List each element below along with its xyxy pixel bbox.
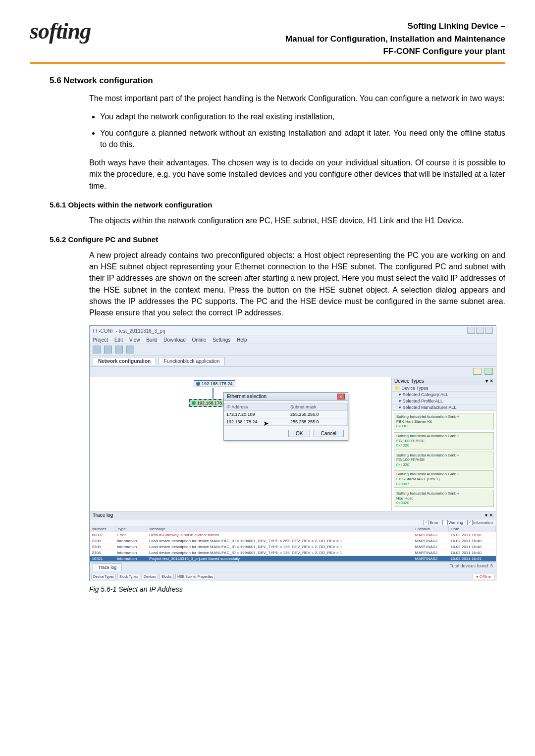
btab-blocktypes[interactable]: Block Types — [117, 574, 140, 579]
header-line1: Softing Linking Device – — [285, 20, 505, 33]
ok-button[interactable]: OK — [288, 430, 310, 437]
menu-view[interactable]: View — [129, 337, 140, 343]
cancel-button[interactable]: Cancel — [314, 430, 344, 437]
trace-row[interactable]: 2308InformationLoad device description f… — [90, 550, 496, 556]
trace-row[interactable]: 60007ErrorDefault-Gateway is not in corr… — [90, 532, 496, 538]
th-location[interactable]: Location — [413, 526, 449, 532]
pc-icon — [196, 382, 200, 386]
menu-download[interactable]: Download — [163, 337, 185, 343]
c: 10521 — [90, 556, 115, 562]
device-card[interactable]: Softing Industrial Automation GmbHFG 100… — [394, 432, 494, 450]
device-card[interactable]: Softing Industrial Automation GmbHFBK-St… — [394, 470, 494, 488]
trace-pin-icon[interactable]: ▾ ✕ — [485, 512, 493, 518]
c: 2308 — [90, 538, 115, 544]
sub-5-6-2-title: 5.6.2 Configure PC and Subnet — [50, 235, 505, 244]
filter-profile[interactable]: Selected Profile:ALL — [403, 399, 443, 403]
trace-row[interactable]: 2308InformationLoad device description f… — [90, 544, 496, 550]
device-card[interactable]: Softing Industrial Automation GmbHFBK-Ha… — [394, 413, 494, 430]
cb-error[interactable] — [424, 520, 429, 525]
btab-devices[interactable]: Devices — [142, 574, 158, 579]
toolbar-icon-4[interactable] — [126, 346, 134, 353]
toolbar-icon-3[interactable] — [115, 346, 123, 353]
menu-online[interactable]: Online — [192, 337, 207, 343]
dev-l2: Hse Host — [396, 496, 491, 501]
ip-row-0[interactable]: 172.17.20.109255.255.255.0 — [224, 411, 348, 418]
c: MARTINASJ — [413, 538, 449, 544]
close-icon[interactable] — [485, 327, 493, 334]
dev-l1: Softing Industrial Automation GmbH — [396, 453, 491, 458]
dev-l2: FG 100 FF/HSE — [396, 439, 491, 444]
panel-title: Device Types — [394, 378, 424, 384]
page-header: softing Softing Linking Device – Manual … — [30, 20, 505, 64]
header-text-block: Softing Linking Device – Manual for Conf… — [285, 20, 505, 58]
dialog-close-icon[interactable]: × — [337, 394, 345, 400]
dev-l1: Softing Industrial Automation GmbH — [396, 491, 491, 496]
status-box-yellow[interactable] — [473, 368, 482, 375]
c: 16.03.2011 16:41 — [449, 556, 496, 562]
dev-l2: FBK-Hart-Starter-Kit — [396, 419, 491, 424]
trace-tab[interactable]: Trace log — [93, 563, 122, 571]
c: MARTINASJ — [413, 556, 449, 562]
th-message[interactable]: Message — [147, 526, 413, 532]
toolbar-icon-1[interactable] — [93, 346, 101, 353]
tab-functionblock[interactable]: Functionblock application — [159, 357, 225, 365]
app-screenshot: FF-CONF - test_20110316_3_prj Project Ed… — [89, 325, 496, 581]
dev-l3: 0x0087 — [396, 482, 491, 487]
device-card[interactable]: Softing Industrial Automation GmbHHse Ho… — [394, 490, 494, 507]
subnet-icon — [192, 401, 196, 405]
trace-title: Trace log — [93, 512, 113, 518]
filter-category[interactable]: Selected Category:ALL — [403, 392, 449, 397]
menu-bar[interactable]: Project Edit View Build Download Online … — [90, 336, 496, 344]
maximize-icon[interactable] — [476, 327, 484, 334]
network-canvas[interactable]: 192.168.178.24 192.168.178.24 Ethernet s… — [90, 377, 391, 511]
trace-row[interactable]: 10521InformationProject test_20110316_3_… — [90, 556, 496, 562]
th-type[interactable]: Type — [115, 526, 147, 532]
tab-network-config[interactable]: Network configuration — [93, 357, 156, 365]
lbl-info: Information — [473, 520, 493, 525]
device-card[interactable]: Softing Industrial Automation GmbHFG 100… — [394, 452, 494, 469]
menu-settings[interactable]: Settings — [213, 337, 230, 343]
c: 2308 — [90, 550, 115, 556]
menu-project[interactable]: Project — [93, 337, 108, 343]
c: 60007 — [90, 532, 115, 538]
ip-0: 172.17.20.109 — [224, 411, 288, 418]
trace-table: Number Type Message Location Date 60007E… — [90, 526, 496, 562]
filter-manufacturer[interactable]: Selected Manufacturer:ALL — [403, 405, 457, 410]
ip-1: 192.168.178.24 — [224, 418, 288, 426]
status-box-green[interactable] — [484, 368, 493, 375]
dev-l3: 0x00FF — [396, 424, 491, 429]
btab-blocks[interactable]: Blocks — [160, 574, 174, 579]
cb-info[interactable] — [467, 520, 473, 525]
menu-build[interactable]: Build — [146, 337, 157, 343]
th-number[interactable]: Number — [90, 526, 115, 532]
menu-edit[interactable]: Edit — [114, 337, 123, 343]
pc-node[interactable]: 192.168.178.24 — [194, 380, 235, 387]
c: Information — [115, 556, 147, 562]
c: Load device description for device MANUF… — [147, 550, 413, 556]
ip-row-1[interactable]: 192.168.178.24255.255.255.0 — [224, 418, 348, 426]
panel-pin-icon[interactable]: ▾ ✕ — [485, 378, 493, 384]
dev-l1: Softing Industrial Automation GmbH — [396, 434, 491, 439]
btab-hse-props[interactable]: HSE Subnet Properties — [175, 574, 215, 579]
main-area: 192.168.178.24 192.168.178.24 Ethernet s… — [90, 377, 496, 511]
cb-warning[interactable] — [442, 520, 448, 525]
dialog-titlebar: Ethernet selection × — [224, 393, 348, 401]
sub-5-6-2-body: A new project already contains two preco… — [89, 250, 505, 318]
window-controls[interactable] — [466, 327, 493, 335]
th-date[interactable]: Date — [449, 526, 496, 532]
trace-row[interactable]: 2308InformationLoad device description f… — [90, 538, 496, 544]
main-toolbar[interactable] — [90, 344, 496, 355]
minimize-icon[interactable] — [467, 327, 475, 334]
c: Load device description for device MANUF… — [147, 544, 413, 550]
device-list[interactable]: Softing Industrial Automation GmbHFBK-Ha… — [392, 411, 496, 511]
c: MARTINASJ — [413, 550, 449, 556]
menu-help[interactable]: Help — [237, 337, 247, 343]
btab-devtypes[interactable]: Device Types — [91, 574, 116, 579]
intro-paragraph: The most important part of the project h… — [89, 93, 505, 104]
dev-l3: 0x4020 — [396, 443, 491, 448]
tree-root[interactable]: Device Types — [402, 386, 428, 391]
toolbar-icon-2[interactable] — [104, 346, 112, 353]
mask-1: 255.255.255.0 — [288, 418, 348, 426]
c: 16.03.2011 16:40 — [449, 550, 496, 556]
window-title: FF-CONF - test_20110316_3_prj — [93, 328, 165, 334]
